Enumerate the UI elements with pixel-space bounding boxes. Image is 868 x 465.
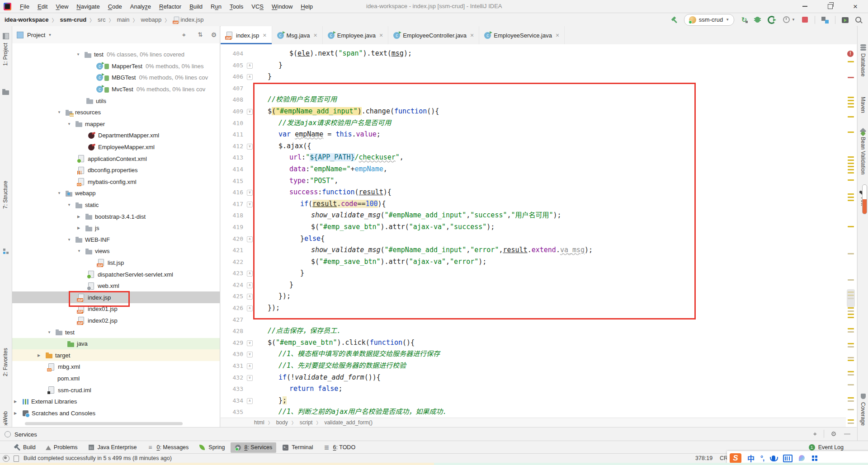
- menu-help[interactable]: Help: [297, 3, 317, 10]
- line-number[interactable]: 431: [221, 360, 243, 372]
- line-number[interactable]: 416: [221, 187, 243, 198]
- tab-employee-java[interactable]: Employee.java×: [323, 26, 388, 44]
- chevron-expanded-icon[interactable]: ▼: [57, 191, 66, 195]
- code-line-432[interactable]: 432∨if(!validate_add_form()){: [221, 372, 846, 384]
- line-number[interactable]: 418: [221, 210, 243, 221]
- stripe-mark[interactable]: [848, 400, 854, 402]
- fold-close-icon[interactable]: ∧: [247, 282, 253, 288]
- chevron-down-icon[interactable]: ▼: [48, 33, 52, 37]
- minimize-button[interactable]: [792, 0, 817, 13]
- tree-item-dbconfig-properties[interactable]: dbconfig.properties: [12, 164, 220, 176]
- fold-close-icon[interactable]: ∧: [247, 271, 253, 277]
- close-icon[interactable]: ×: [556, 32, 559, 39]
- tree-item-mvctest[interactable]: MvcTest0% methods, 0% lines cov: [12, 84, 220, 95]
- toolwindow-0-messages[interactable]: ≡0: Messages: [142, 442, 193, 453]
- soft-keyboard-icon[interactable]: [783, 455, 793, 462]
- tree-item-employeemapper-xml[interactable]: EmployeeMapper.xml: [12, 141, 220, 153]
- error-stripe[interactable]: !: [846, 44, 857, 427]
- fold-close-icon[interactable]: ∧: [247, 363, 253, 369]
- close-icon[interactable]: ×: [263, 32, 266, 39]
- sogou-input-icon[interactable]: S: [730, 453, 741, 463]
- tree-item-ssm-crud-iml[interactable]: ssm-crud.iml: [12, 384, 220, 396]
- caret-position[interactable]: 378:19: [695, 455, 712, 461]
- chevron-collapsed-icon[interactable]: ▶: [38, 353, 46, 357]
- stripe-mark[interactable]: [848, 397, 854, 399]
- stripe-mark[interactable]: [848, 360, 854, 361]
- menu-window[interactable]: Window: [268, 3, 297, 10]
- stripe-mark[interactable]: [848, 197, 854, 198]
- chevron-collapsed-icon[interactable]: ▶: [77, 215, 85, 219]
- tree-item-pom-xml[interactable]: pom.xml: [12, 373, 220, 385]
- code-line-430[interactable]: 430∨//1、模态框中填写的表单数据提交给服务器进行保存: [221, 348, 846, 360]
- ime-toolbox-icon[interactable]: [811, 455, 818, 462]
- line-number[interactable]: 424: [221, 279, 243, 291]
- tree-item-mbgtest[interactable]: MBGTest0% methods, 0% lines cov: [12, 72, 220, 84]
- line-number[interactable]: 405: [221, 60, 243, 71]
- stripe-mark[interactable]: [848, 279, 854, 281]
- collapse-all-icon[interactable]: ⇅: [197, 31, 204, 38]
- breadcrumb-item-index-jsp[interactable]: index.jsp: [180, 16, 203, 23]
- chevron-expanded-icon[interactable]: ▼: [77, 249, 85, 253]
- code-line-435[interactable]: 435//1、判断之前的ajax用户名校验是否成功，如果成功.: [221, 406, 846, 418]
- menu-edit[interactable]: Edit: [33, 3, 52, 10]
- tab-index-jsp[interactable]: index.jsp×: [221, 26, 272, 44]
- stripe-mark[interactable]: [848, 314, 854, 315]
- chevron-expanded-icon[interactable]: ▼: [47, 330, 56, 334]
- hide-panel-icon[interactable]: —: [844, 430, 851, 437]
- line-number[interactable]: 407: [221, 83, 243, 94]
- horizontal-scrollbar[interactable]: [25, 422, 183, 425]
- toolstrip-structure[interactable]: 7: Structure: [2, 181, 9, 209]
- tree-item-web-xml[interactable]: web.xml: [12, 280, 220, 292]
- toolstrip-web[interactable]: Web: [2, 411, 9, 422]
- fold-open-icon[interactable]: ∨: [247, 340, 253, 346]
- run-configuration-select[interactable]: ssm-crud ▼: [684, 14, 734, 26]
- stripe-mark[interactable]: [848, 169, 854, 170]
- line-number[interactable]: 408: [221, 94, 243, 106]
- line-number[interactable]: 411: [221, 129, 243, 141]
- profiler-chevron-icon[interactable]: ▼: [792, 18, 795, 22]
- line-number[interactable]: 406: [221, 71, 243, 83]
- line-number[interactable]: 422: [221, 256, 243, 268]
- stripe-mark[interactable]: [848, 132, 854, 133]
- toolwindow-problems[interactable]: Problems: [42, 442, 82, 452]
- chevron-collapsed-icon[interactable]: ▶: [14, 399, 22, 404]
- stripe-mark[interactable]: [848, 166, 854, 167]
- stripe-mark[interactable]: [848, 346, 854, 348]
- stripe-mark[interactable]: [848, 100, 854, 101]
- line-number[interactable]: 433: [221, 383, 243, 395]
- fold-open-icon[interactable]: ∨: [247, 375, 253, 381]
- chevron-expanded-icon[interactable]: ▼: [67, 122, 75, 126]
- fold-open-icon[interactable]: ∨: [247, 144, 253, 150]
- stop-button[interactable]: [802, 17, 808, 23]
- tree-item-views[interactable]: ▼views: [12, 245, 220, 257]
- tree-item-test[interactable]: ▼test0% classes, 0% lines covered: [12, 49, 220, 61]
- line-number[interactable]: 420: [221, 233, 243, 245]
- code-line-429[interactable]: 429∨$("#emp_save_btn").click(function(){: [221, 337, 846, 349]
- menu-view[interactable]: View: [52, 3, 72, 10]
- stripe-mark[interactable]: [848, 160, 854, 161]
- build-hammer-icon[interactable]: [670, 16, 678, 23]
- tree-item-target[interactable]: ▶target: [12, 349, 220, 361]
- line-number[interactable]: 415: [221, 175, 243, 187]
- close-icon[interactable]: ×: [379, 32, 383, 39]
- stripe-mark[interactable]: [848, 156, 854, 158]
- toolstrip-project[interactable]: 1: Project: [2, 43, 9, 66]
- menu-code[interactable]: Code: [104, 3, 126, 10]
- code-line-428[interactable]: 428//点击保存，保存员工.: [221, 325, 846, 337]
- stripe-mark[interactable]: [848, 116, 854, 117]
- toolstrip-bean-validation[interactable]: Bean Validation: [858, 128, 868, 174]
- editor-breadcrumb-validate-add-form[interactable]: validate_add_form(): [324, 419, 373, 426]
- editor-breadcrumb-script[interactable]: script: [300, 419, 313, 426]
- chevron-expanded-icon[interactable]: ▼: [57, 110, 66, 114]
- stripe-mark[interactable]: [848, 419, 854, 421]
- tree-item-applicationcontext-xml[interactable]: applicationContext.xml: [12, 153, 220, 164]
- line-number[interactable]: 412: [221, 141, 243, 152]
- fold-close-icon[interactable]: ∧: [247, 74, 253, 80]
- tree-item-external-libraries[interactable]: ▶External Libraries: [12, 396, 220, 408]
- run-button[interactable]: ↻: [741, 16, 748, 23]
- fold-open-icon[interactable]: ∨: [247, 190, 253, 196]
- stripe-mark[interactable]: [848, 172, 854, 174]
- stripe-mark[interactable]: [848, 384, 854, 385]
- stripe-mark[interactable]: [848, 374, 854, 376]
- line-number[interactable]: 423: [221, 268, 243, 279]
